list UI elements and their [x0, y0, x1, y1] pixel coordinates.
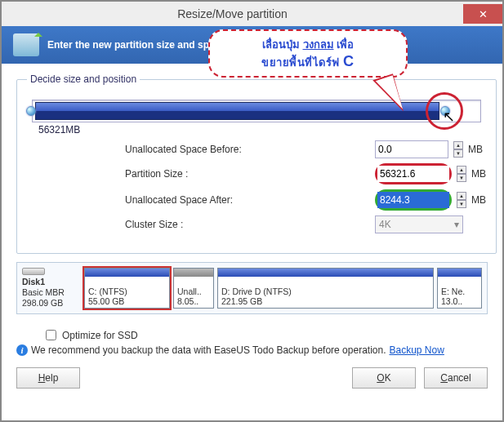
unit-label: MB: [471, 168, 486, 180]
cluster-size-label: Cluster Size :: [27, 219, 370, 230]
resize-handle-left[interactable]: [26, 106, 36, 116]
close-icon: ✕: [479, 8, 488, 20]
ok-button[interactable]: OK: [352, 367, 416, 389]
info-icon: i: [16, 344, 28, 356]
unalloc-before-label: Unallocated Space Before:: [27, 144, 370, 155]
backup-note: We recommend you backup the data with Ea…: [31, 344, 386, 356]
window-title: Resize/Move partition: [2, 7, 463, 20]
disk-icon: [22, 268, 45, 275]
partition-block[interactable]: E: Ne.13.0..: [437, 268, 482, 309]
size-track[interactable]: [32, 100, 481, 122]
optimize-ssd-label: Optimize for SSD: [62, 330, 138, 341]
disk-layout-bar: Disk1 Basic MBR 298.09 GB C: (NTFS)55.00…: [16, 262, 488, 314]
current-size-text: 56321MB: [38, 124, 80, 135]
chevron-down-icon: ▾: [454, 219, 459, 230]
cancel-button[interactable]: Cancel: [424, 367, 488, 389]
resize-handle-right[interactable]: [440, 106, 450, 116]
partition-fill: [35, 102, 439, 120]
partition-block[interactable]: C: (NTFS)55.00 GB: [84, 268, 170, 309]
optimize-ssd-checkbox[interactable]: [46, 330, 56, 340]
unalloc-before-input[interactable]: [375, 140, 448, 158]
help-button[interactable]: Help: [16, 367, 80, 389]
spinner-icon[interactable]: ▲▼: [457, 192, 466, 208]
partition-block[interactable]: D: Drive D (NTFS)221.95 GB: [217, 268, 434, 309]
unalloc-after-label: Unallocated Space After:: [27, 194, 370, 206]
disk-info: Disk1 Basic MBR 298.09 GB: [22, 268, 81, 309]
spinner-icon[interactable]: ▲▼: [453, 141, 463, 158]
unalloc-after-input[interactable]: [377, 192, 449, 208]
annotation-green-oval: [375, 189, 452, 211]
group-legend: Decide size and position: [27, 73, 140, 85]
partition-icon: [13, 33, 39, 56]
unit-label: MB: [468, 144, 483, 155]
close-button[interactable]: ✕: [463, 4, 502, 24]
annotation-callout: เลื่อนปุ่ม วงกลม เพื่อ ขยายพื้นที่ไดร์ฟ …: [208, 29, 408, 78]
partition-size-label: Partition Size :: [27, 168, 370, 180]
partition-size-input[interactable]: [377, 166, 449, 182]
spinner-icon[interactable]: ▲▼: [457, 166, 466, 182]
annotation-red-oval: [375, 163, 452, 184]
titlebar: Resize/Move partition ✕: [2, 2, 502, 26]
size-position-group: Decide size and position ↖ 56321MB Unall…: [16, 73, 497, 254]
backup-now-link[interactable]: Backup Now: [389, 344, 444, 356]
unit-label: MB: [471, 194, 486, 206]
cluster-size-select[interactable]: 4K ▾: [375, 215, 463, 233]
partition-block[interactable]: Unall..8.05..: [173, 268, 214, 309]
